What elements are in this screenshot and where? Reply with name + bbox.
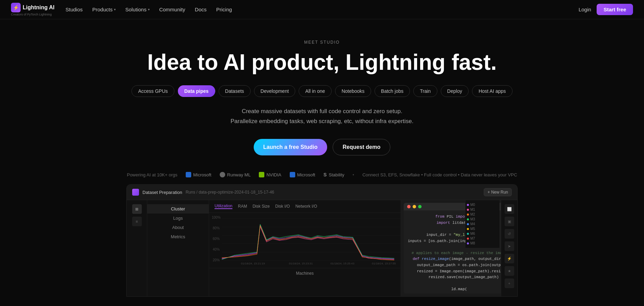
machine-m0: M0 — [467, 203, 498, 207]
code-line-14: fn=resize_image, — [408, 293, 510, 294]
microsoft-logo: Microsoft — [186, 172, 211, 177]
machines-label: Machines — [209, 268, 401, 278]
hero-title: Idea to AI product, Lightning fast. — [7, 50, 637, 74]
nav-community[interactable]: Community — [159, 7, 185, 12]
pill-host-ai-apps[interactable]: Host AI apps — [472, 85, 512, 97]
logo[interactable]: ⚡ Lightning AI Creators of PyTorch Light… — [11, 3, 55, 16]
nav-products[interactable]: Products ▾ — [92, 7, 116, 12]
code-line-12 — [408, 281, 510, 287]
stability-logo: S Stability — [323, 172, 344, 177]
powering-separator: • — [353, 172, 354, 177]
pill-notebooks[interactable]: Notebooks — [335, 85, 371, 97]
runs-path: Runs / data-prep-optimize-2024-01-18_15-… — [186, 190, 274, 195]
machine-m8: M8 — [467, 241, 498, 245]
right-sidebar-icon-4[interactable]: ➤ — [505, 241, 514, 251]
nav-links: Studios Products ▾ Solutions ▾ Community… — [66, 7, 232, 12]
hero-section: MEET STUDIO Idea to AI product, Lightnin… — [0, 19, 644, 306]
sidebar-list-icon[interactable]: ≡ — [132, 217, 142, 226]
utilization-header: Utilization RAM Disk Size Disk I/O Netwo… — [209, 200, 401, 213]
right-sidebar-icon-6[interactable]: ★ — [505, 266, 514, 276]
pill-data-pipes[interactable]: Data pipes — [178, 85, 215, 97]
window-maximize-dot — [418, 205, 422, 208]
util-tab-disk-size[interactable]: Disk Size — [253, 204, 270, 209]
pill-deploy[interactable]: Deploy — [441, 85, 469, 97]
pill-tabs-container: Access GPUs Data pipes Datasets Developm… — [7, 85, 637, 97]
powering-bar: Powering AI at 10K+ orgs Microsoft Runwa… — [7, 172, 637, 177]
pill-all-in-one[interactable]: All in one — [299, 85, 332, 97]
machine-m7: M7 — [467, 237, 498, 240]
app-content: ⊞ ≡ Cluster Logs About Metrics Utilizati… — [127, 200, 517, 296]
app-code-panel: from PIL import Image import litdata as … — [401, 200, 517, 296]
machine-m4: M4 — [467, 222, 498, 226]
hero-eyebrow: MEET STUDIO — [7, 40, 637, 45]
cta-buttons: Launch a free Studio Request demo — [7, 139, 637, 155]
nav-docs[interactable]: Docs — [195, 7, 207, 12]
right-sidebar-icon-5[interactable]: ⚡ — [505, 254, 514, 263]
nav-solutions[interactable]: Solutions ▾ — [125, 7, 150, 12]
app-right-sidebar: ⬜ ▣ ↺ ➤ ⚡ ★ + — [501, 200, 517, 296]
hero-subtitle: Create massive datasets with full code c… — [7, 107, 637, 127]
nav-studios[interactable]: Studios — [66, 7, 83, 12]
navbar: ⚡ Lightning AI Creators of PyTorch Light… — [0, 0, 644, 19]
sidebar-grid-icon[interactable]: ⊞ — [132, 204, 142, 214]
powering-features: Connect S3, EFS, Snowflake • Full code c… — [363, 172, 517, 177]
left-panel-logs[interactable]: Logs — [147, 214, 209, 223]
util-tab-network-io[interactable]: Network I/O — [295, 204, 317, 209]
brand-sub: Creators of PyTorch Lightning — [11, 13, 55, 16]
microsoft2-logo: Microsoft — [290, 172, 315, 177]
app-screenshot: Dataset Preparation Runs / data-prep-opt… — [126, 184, 518, 297]
util-tab-disk-io[interactable]: Disk I/O — [275, 204, 290, 209]
left-panel-about[interactable]: About — [147, 223, 209, 232]
request-demo-button[interactable]: Request demo — [333, 139, 390, 155]
pill-train[interactable]: Train — [413, 85, 437, 97]
app-title: Dataset Preparation — [142, 190, 182, 195]
navbar-right: Login Start free — [578, 4, 633, 15]
chart-svg: 01/18/24, 15:21:19 01/18/24, 15:23:31 01… — [209, 216, 401, 265]
powering-text: Powering AI at 10K+ orgs — [127, 172, 177, 177]
start-free-button[interactable]: Start free — [597, 4, 633, 15]
login-button[interactable]: Login — [578, 7, 591, 12]
code-line-7: # applies to each image - resize the ima… — [408, 250, 510, 256]
util-tab-ram[interactable]: RAM — [238, 204, 247, 209]
machine-m2: M2 — [467, 212, 498, 216]
pill-batch-jobs[interactable]: Batch jobs — [375, 85, 410, 97]
code-line-8: def resize_image(image_path, output_dir)… — [408, 256, 510, 262]
util-tab-utilization[interactable]: Utilization — [215, 204, 232, 209]
right-sidebar-icon-1[interactable]: ⬜ — [505, 204, 514, 214]
pill-access-gpus[interactable]: Access GPUs — [131, 85, 174, 97]
app-left-panel: Cluster Logs About Metrics — [147, 200, 209, 296]
code-line-11: resized.save(output_image_path) — [408, 274, 510, 281]
machine-m1: M1 — [467, 208, 498, 211]
right-sidebar-icon-2[interactable]: ▣ — [505, 217, 514, 226]
nav-pricing[interactable]: Pricing — [216, 7, 232, 12]
window-close-dot — [407, 205, 411, 208]
logo-icon: ⚡ — [11, 3, 21, 12]
machine-m6: M6 — [467, 232, 498, 236]
machine-m3: M3 — [467, 217, 498, 221]
app-sidebar-nav: ⊞ ≡ — [127, 200, 147, 296]
app-main-panel: Utilization RAM Disk Size Disk I/O Netwo… — [209, 200, 401, 296]
code-line-13: ld.map( — [408, 286, 510, 293]
svg-text:01/18/24, 15:23:31: 01/18/24, 15:23:31 — [289, 262, 313, 265]
left-panel-cluster[interactable]: Cluster — [147, 204, 209, 214]
app-ds-icon — [132, 189, 139, 196]
solutions-chevron: ▾ — [148, 8, 150, 11]
left-panel-metrics[interactable]: Metrics — [147, 232, 209, 241]
brand-name: Lightning AI — [23, 4, 55, 11]
navbar-left: ⚡ Lightning AI Creators of PyTorch Light… — [11, 3, 232, 16]
pill-datasets[interactable]: Datasets — [219, 85, 251, 97]
app-titlebar: Dataset Preparation Runs / data-prep-opt… — [127, 185, 517, 200]
runway-logo: Runway ML — [220, 172, 251, 177]
pill-development[interactable]: Development — [254, 85, 296, 97]
machine-m5: M5 — [467, 227, 498, 231]
launch-studio-button[interactable]: Launch a free Studio — [254, 139, 327, 155]
code-line-10: resized = Image.open(image_path).resize(… — [408, 269, 510, 275]
nvidia-logo: NVIDIA — [259, 172, 281, 177]
new-run-button[interactable]: + New Run — [484, 188, 512, 196]
svg-text:01/18/24, 15:21:19: 01/18/24, 15:21:19 — [241, 262, 265, 265]
svg-text:01/18/24, 15:27:55: 01/18/24, 15:27:55 — [372, 262, 396, 265]
right-sidebar-icon-3[interactable]: ↺ — [505, 229, 514, 239]
utilization-chart: 100% 80% 60% 40% 20% 0% — [209, 213, 401, 268]
machine-list: M0 M1 M2 M3 M4 M5 M6 M7 M8 — [465, 200, 499, 248]
right-sidebar-icon-7[interactable]: + — [505, 278, 514, 288]
